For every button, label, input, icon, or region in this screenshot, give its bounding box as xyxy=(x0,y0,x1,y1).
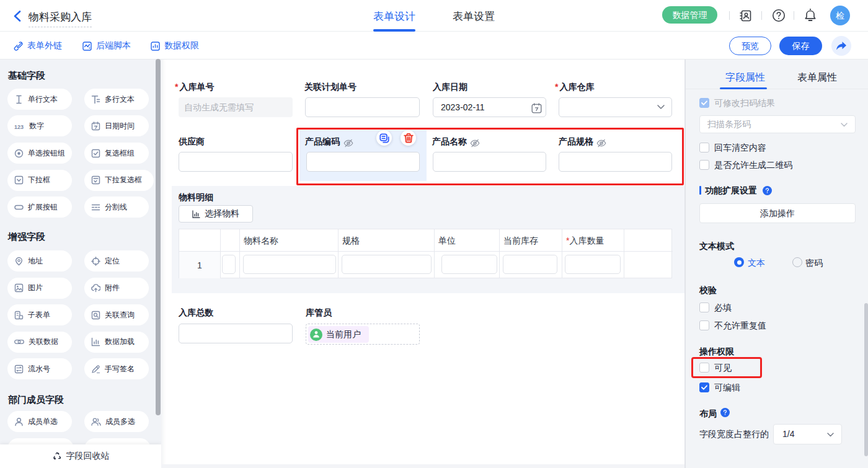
svg-text:123: 123 xyxy=(14,123,24,130)
